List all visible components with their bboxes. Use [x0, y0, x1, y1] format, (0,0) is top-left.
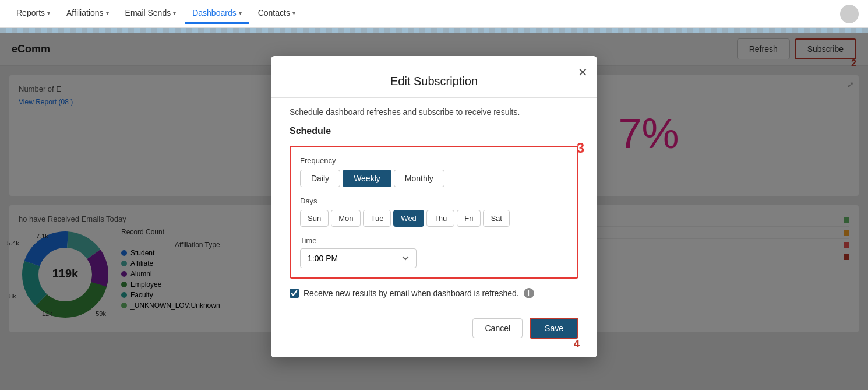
day-btn-thu[interactable]: Thu [426, 210, 454, 227]
chevron-icon-reports: ▾ [47, 10, 50, 16]
day-btn-tue[interactable]: Tue [363, 210, 391, 227]
days-label: Days [300, 196, 568, 205]
day-btn-sat[interactable]: Sat [483, 210, 510, 227]
chevron-icon-affiliations: ▾ [106, 10, 109, 16]
nav-item-affiliations[interactable]: Affiliations ▾ [59, 3, 116, 24]
day-buttons: Sun Mon Tue Wed Thu Fri [300, 210, 568, 227]
user-avatar[interactable] [840, 5, 859, 23]
nav-item-email-sends[interactable]: Email Sends ▾ [118, 3, 184, 24]
chevron-icon-email-sends: ▾ [173, 10, 176, 16]
frequency-buttons: Daily Weekly Monthly [300, 170, 568, 187]
day-btn-sun[interactable]: Sun [300, 210, 329, 227]
save-button[interactable]: Save 4 [530, 318, 578, 339]
email-checkbox-row: Receive new results by email when dashbo… [290, 288, 578, 298]
save-label: Save [545, 324, 563, 333]
nav-label-email-sends: Email Sends [125, 8, 171, 17]
save-badge: 4 [574, 338, 580, 350]
frequency-label: Frequency [300, 156, 568, 165]
top-navigation: Reports ▾ Affiliations ▾ Email Sends ▾ D… [0, 0, 868, 28]
modal-title: Edit Subscription [390, 75, 478, 88]
nav-item-contacts[interactable]: Contacts ▾ [251, 3, 302, 24]
schedule-box: 3 Frequency Daily Weekly Monthly Days [290, 146, 578, 279]
email-checkbox[interactable] [290, 289, 299, 298]
cancel-button[interactable]: Cancel [472, 318, 523, 338]
time-select[interactable]: 1:00 PM 12:00 AM 6:00 AM 8:00 AM 9:00 AM… [300, 248, 417, 268]
freq-btn-monthly[interactable]: Monthly [394, 170, 444, 187]
decorative-stripe [0, 28, 868, 33]
checkbox-label: Receive new results by email when dashbo… [304, 289, 519, 298]
nav-item-reports[interactable]: Reports ▾ [9, 3, 57, 24]
modal-subtitle: Schedule dashboard refreshes and subscri… [290, 107, 578, 117]
modal-footer-divider [271, 308, 597, 308]
nav-label-affiliations: Affiliations [66, 8, 104, 17]
modal-footer: Cancel Save 4 [290, 318, 578, 339]
chevron-icon-dashboards: ▾ [239, 10, 242, 16]
nav-label-dashboards: Dashboards [192, 8, 237, 17]
modal-header: Edit Subscription ✕ [290, 75, 578, 88]
modal-close-button[interactable]: ✕ [578, 65, 588, 79]
freq-btn-weekly[interactable]: Weekly [343, 170, 391, 187]
info-icon[interactable]: i [524, 288, 534, 298]
nav-label-reports: Reports [16, 8, 45, 17]
nav-label-contacts: Contacts [258, 8, 290, 17]
chevron-icon-contacts: ▾ [292, 10, 295, 16]
nav-item-dashboards[interactable]: Dashboards ▾ [185, 3, 249, 24]
time-label: Time [300, 236, 568, 245]
edit-subscription-modal: Edit Subscription ✕ Schedule dashboard r… [271, 56, 597, 357]
modal-header-divider [271, 97, 597, 98]
day-btn-mon[interactable]: Mon [331, 210, 361, 227]
dashboard-area: eComm Refresh Subscribe 2 Number of E Vi… [0, 33, 868, 390]
schedule-section-label: Schedule [290, 126, 578, 136]
freq-btn-daily[interactable]: Daily [300, 170, 340, 187]
schedule-badge: 3 [577, 140, 584, 156]
day-btn-wed[interactable]: Wed [393, 210, 424, 227]
day-btn-fri[interactable]: Fri [457, 210, 481, 227]
modal-backdrop: Edit Subscription ✕ Schedule dashboard r… [0, 33, 868, 390]
